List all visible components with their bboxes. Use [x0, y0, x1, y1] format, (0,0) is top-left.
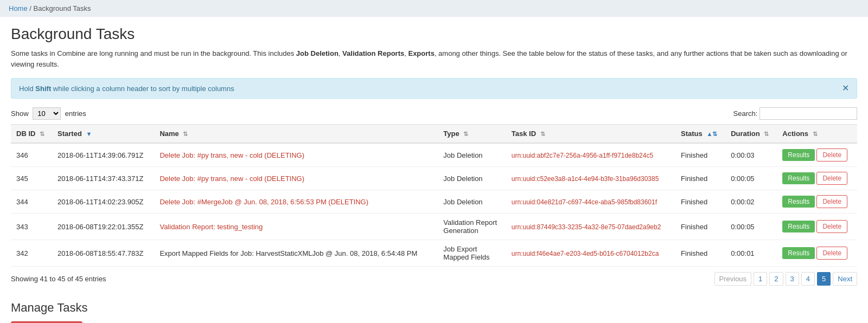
task-name-link[interactable]: Validation Report: testing_testing	[159, 223, 263, 231]
cell-db-id: 343	[11, 214, 52, 240]
task-name-link[interactable]: Delete Job: #py trans, new - cold (DELET…	[159, 175, 304, 183]
cell-duration: 0:00:05	[725, 214, 777, 240]
pagination-page-2[interactable]: 2	[769, 272, 783, 286]
breadcrumb: Home / Background Tasks	[0, 0, 868, 17]
cell-status: Finished	[675, 214, 725, 240]
breadcrumb-home[interactable]: Home	[9, 4, 28, 12]
cell-name: Validation Report: testing_testing	[154, 214, 438, 240]
delete-button[interactable]: Delete	[816, 247, 847, 260]
show-entries: Show 10 25 50 100 entries	[11, 107, 86, 120]
th-actions[interactable]: Actions	[777, 125, 857, 144]
cell-name: Delete Job: #MergeJob @ Jun. 08, 2018, 6…	[154, 190, 438, 214]
cell-actions: ResultsDelete	[777, 214, 857, 240]
cell-db-id: 345	[11, 167, 52, 190]
cell-type: Validation Report Generation	[438, 214, 506, 240]
table-controls: Show 10 25 50 100 entries Search:	[11, 107, 857, 120]
delete-button[interactable]: Delete	[816, 195, 847, 208]
cell-status: Finished	[675, 240, 725, 267]
delete-button[interactable]: Delete	[816, 172, 847, 185]
task-id-link[interactable]: urn:uuid:abf2c7e7-256a-4956-a1ff-f971de8…	[512, 152, 653, 159]
pagination-next[interactable]: Next	[833, 272, 857, 286]
cell-actions: ResultsDelete	[777, 190, 857, 214]
manage-tasks: Manage Tasks Remove All Tasks	[11, 301, 857, 323]
close-banner-button[interactable]: ✕	[842, 84, 849, 93]
cell-started: 2018-06-08T19:22:01.355Z	[52, 214, 154, 240]
th-started[interactable]: Started	[52, 125, 154, 144]
th-status[interactable]: Status ▲	[675, 125, 725, 144]
results-button[interactable]: Results	[782, 221, 815, 232]
task-id-link[interactable]: urn:uuid:04e821d7-c697-44ce-aba5-985fbd8…	[512, 198, 657, 206]
cell-type: Job Export Mapped Fields	[438, 240, 506, 267]
results-button[interactable]: Results	[782, 172, 815, 184]
cell-actions: ResultsDelete	[777, 167, 857, 190]
task-id-link[interactable]: urn:uuid:c52ee3a8-a1c4-4e94-b3fe-31ba96d…	[512, 175, 659, 183]
cell-name: Export Mapped Fields for Job: HarvestSta…	[154, 240, 438, 267]
cell-status: Finished	[675, 167, 725, 190]
cell-duration: 0:00:03	[725, 143, 777, 167]
pagination-page-4[interactable]: 4	[801, 272, 815, 286]
table-row: 3422018-06-08T18:55:47.783ZExport Mapped…	[11, 240, 857, 267]
showing-entries: Showing 41 to 45 of 45 entries	[11, 275, 106, 283]
breadcrumb-current: Background Tasks	[34, 4, 91, 12]
task-id-link[interactable]: urn:uuid:87449c33-3235-4a32-8e75-07daed2…	[512, 223, 661, 231]
table-row: 3432018-06-08T19:22:01.355ZValidation Re…	[11, 214, 857, 240]
manage-tasks-title: Manage Tasks	[11, 301, 857, 315]
cell-task-id: urn:uuid:abf2c7e7-256a-4956-a1ff-f971de8…	[506, 143, 675, 167]
cell-started: 2018-06-08T18:55:47.783Z	[52, 240, 154, 267]
th-type[interactable]: Type	[438, 125, 506, 144]
pagination: Previous 1 2 3 4 5 Next	[714, 272, 857, 286]
cell-task-id: urn:uuid:04e821d7-c697-44ce-aba5-985fbd8…	[506, 190, 675, 214]
cell-started: 2018-06-11T14:02:23.905Z	[52, 190, 154, 214]
info-banner-text: Hold Shift while clicking a column heade…	[19, 85, 234, 93]
cell-actions: ResultsDelete	[777, 143, 857, 167]
cell-started: 2018-06-11T14:39:06.791Z	[52, 143, 154, 167]
cell-task-id: urn:uuid:87449c33-3235-4a32-8e75-07daed2…	[506, 214, 675, 240]
delete-button[interactable]: Delete	[816, 148, 847, 162]
cell-started: 2018-06-11T14:37:43.371Z	[52, 167, 154, 190]
pagination-page-3[interactable]: 3	[786, 272, 799, 286]
table-row: 3452018-06-11T14:37:43.371ZDelete Job: #…	[11, 167, 857, 190]
cell-duration: 0:00:05	[725, 167, 777, 190]
cell-db-id: 344	[11, 190, 52, 214]
cell-actions: ResultsDelete	[777, 240, 857, 267]
task-name-link[interactable]: Delete Job: #MergeJob @ Jun. 08, 2018, 6…	[159, 198, 368, 206]
th-task-id[interactable]: Task ID	[506, 125, 675, 144]
cell-type: Job Deletion	[438, 143, 506, 167]
th-duration[interactable]: Duration	[725, 125, 777, 144]
pagination-page-1[interactable]: 1	[754, 272, 767, 286]
cell-task-id: urn:uuid:f46e4ae7-e203-4ed5-b016-c670401…	[506, 240, 675, 267]
cell-duration: 0:00:02	[725, 190, 777, 214]
search-input[interactable]	[760, 107, 857, 120]
cell-type: Job Deletion	[438, 190, 506, 214]
results-button[interactable]: Results	[782, 196, 815, 208]
cell-db-id: 342	[11, 240, 52, 267]
results-button[interactable]: Results	[782, 149, 815, 161]
table-row: 3442018-06-11T14:02:23.905ZDelete Job: #…	[11, 190, 857, 214]
info-banner: Hold Shift while clicking a column heade…	[11, 78, 857, 99]
cell-db-id: 346	[11, 143, 52, 167]
pagination-area: Showing 41 to 45 of 45 entries Previous …	[11, 272, 857, 286]
search-label: Search:	[733, 109, 758, 118]
cell-duration: 0:00:01	[725, 240, 777, 267]
results-button[interactable]: Results	[782, 247, 815, 259]
page-title: Background Tasks	[11, 25, 857, 43]
page-description: Some tasks in Combine are long running a…	[11, 48, 857, 69]
th-db-id[interactable]: DB ID	[11, 125, 52, 144]
th-name[interactable]: Name	[154, 125, 438, 144]
cell-name: Delete Job: #py trans, new - cold (DELET…	[154, 167, 438, 190]
pagination-page-5[interactable]: 5	[817, 272, 831, 286]
cell-task-id: urn:uuid:c52ee3a8-a1c4-4e94-b3fe-31ba96d…	[506, 167, 675, 190]
entries-per-page-select[interactable]: 10 25 50 100	[33, 107, 61, 120]
cell-status: Finished	[675, 190, 725, 214]
cell-type: Job Deletion	[438, 167, 506, 190]
search-box: Search:	[733, 107, 857, 120]
task-id-link[interactable]: urn:uuid:f46e4ae7-e203-4ed5-b016-c670401…	[512, 250, 659, 257]
pagination-previous[interactable]: Previous	[714, 272, 752, 286]
table-header-row: DB ID Started Name Type Task ID Status ▲…	[11, 125, 857, 144]
tasks-table: DB ID Started Name Type Task ID Status ▲…	[11, 124, 857, 267]
cell-status: Finished	[675, 143, 725, 167]
cell-name: Delete Job: #py trans, new - cold (DELET…	[154, 143, 438, 167]
table-row: 3462018-06-11T14:39:06.791ZDelete Job: #…	[11, 143, 857, 167]
delete-button[interactable]: Delete	[816, 220, 847, 233]
task-name-link[interactable]: Delete Job: #py trans, new - cold (DELET…	[159, 151, 304, 159]
